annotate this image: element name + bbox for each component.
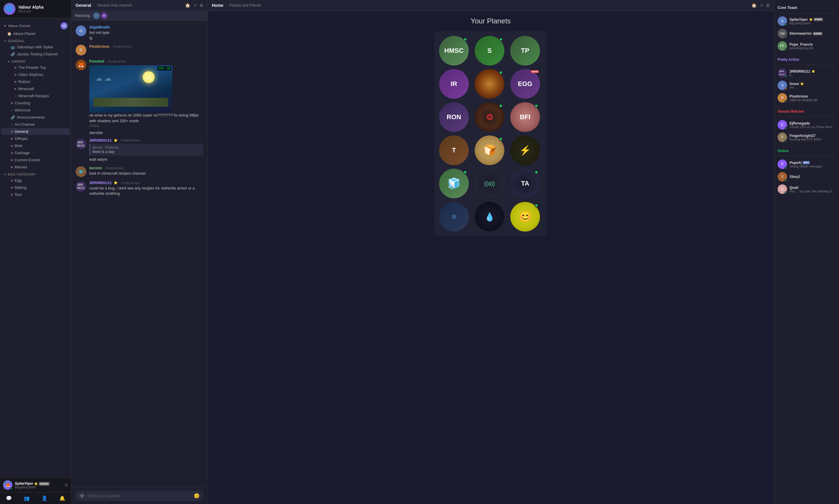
right-user-xboy1[interactable]: X Xboy1 (774, 170, 839, 183)
notifications-bottom-icon[interactable]: 🔔 (57, 494, 68, 502)
planet-bread[interactable]: 🍞 (475, 136, 504, 165)
xboy1-name: Xboy1 (789, 175, 836, 179)
chat-text-input[interactable] (88, 493, 191, 498)
planet-wifi[interactable]: ((ꞩ)) (475, 169, 504, 198)
chat-bottom-icon[interactable]: 💬 (3, 494, 14, 502)
right-user-pope-francis[interactable]: PF Pope_Francis just designing shit (774, 40, 839, 52)
add-input-icon[interactable]: ➕ (79, 493, 85, 499)
sidebar-item-test[interactable]: ■ Test (1, 191, 70, 198)
footer-username: SpikeViper ⭐ STAFF (15, 482, 62, 486)
sidebar-item-general-channel[interactable]: ■ General (1, 128, 70, 135)
planet-tp[interactable]: TP (510, 36, 540, 66)
foxolotl-edited: (Edited) (89, 124, 203, 127)
emoji-icon[interactable]: 😊 (194, 493, 200, 499)
sidebar-category-egg[interactable]: ▼ Egg Category (0, 171, 71, 177)
sidebar-item-counting[interactable]: ■ Counting (1, 100, 70, 106)
settings-icon[interactable]: ⚙ (64, 483, 68, 487)
ejrenegade-status-dot (785, 127, 787, 129)
planet-t[interactable]: T (439, 136, 469, 165)
planet-ron[interactable]: RON (439, 102, 469, 132)
sidebar-item-ad-channel[interactable]: □ Ad Channel (1, 121, 70, 128)
channel-icon8: □ (11, 123, 13, 127)
layout-header-icon[interactable]: ⊞ (200, 3, 203, 8)
msg-avatar-bennlo: 🐦 (76, 166, 86, 177)
sidebar-item-about-planet[interactable]: 🏠 About Planet (1, 30, 70, 37)
planet-ta[interactable]: TA (510, 169, 540, 198)
sidebar-item-cities-skylines[interactable]: ■ Cities Skylines (1, 71, 70, 78)
right-user-snow[interactable]: S Snow ⭐ Hm . . . (774, 79, 839, 92)
msg-avatar-3rr: 3RRNU11 (76, 139, 86, 149)
right-user-pixelicious[interactable]: P Pixelicious might be sleeping idk (774, 92, 839, 104)
ad-channel-label: Ad Channel (15, 122, 35, 127)
home-header-icon[interactable]: 🏠 (185, 3, 190, 8)
sidebar-item-jacobs-testing[interactable]: 🔗 Jacobs Testing Channel (1, 51, 70, 57)
right-user-spikeviper[interactable]: S SpikeViper ⭐ STAFF Bug fixing time!! (774, 15, 839, 27)
sidebar-item-garbage[interactable]: ■ Garbage (1, 149, 70, 156)
home-header-home-icon[interactable]: 🏠 (751, 3, 756, 8)
sidebar-item-powder-toy[interactable]: ■ The Powder Toy (1, 64, 70, 71)
pope-francis-status: just designing shit (789, 47, 836, 50)
msg-author-name: GigaWraith (89, 25, 110, 29)
user-footer-avatar: 🦊 (3, 480, 13, 490)
message-group-pixelicious: P Pixelicious - Pretty Active (71, 42, 207, 57)
sidebar-item-bots[interactable]: ■ Bots (1, 142, 70, 149)
planet-hmsc[interactable]: HMSC (439, 36, 469, 66)
planet-smile[interactable]: 😊 (510, 202, 540, 232)
3rr2-star: ⭐ (113, 181, 118, 185)
planet-egg[interactable]: NSFW EGG (510, 69, 540, 99)
bots-label: Bots (15, 144, 22, 148)
ejrenegade-avatar: E (777, 120, 787, 129)
planet-mc[interactable]: 🧊 (439, 169, 469, 198)
snow-avatar: S (777, 80, 787, 90)
planet-drop[interactable]: 💧 (475, 202, 504, 232)
watcher-icon-1: 🎮 (93, 13, 100, 19)
sidebar-item-welcome[interactable]: □ Welcome (1, 107, 70, 113)
message-group-3rrornu11-2: 3RRNU11 3RR0RNU11 ⭐ - Pretty Active coul… (71, 179, 207, 198)
channel-icon: ■ (14, 66, 16, 70)
home-header-layout-icon[interactable]: ⊞ (766, 3, 770, 8)
popeai-status-dot (785, 167, 787, 169)
sidebar-item-minecraft-recipes[interactable]: □ Minecraft Recipes (1, 92, 70, 99)
login-header-icon[interactable]: ↗ (193, 3, 197, 8)
fingerknight-avatar: F (777, 132, 787, 142)
planet-amber[interactable] (475, 69, 504, 99)
channel-icon4: ■ (14, 87, 16, 91)
right-user-popeai[interactable]: P PopeAI BOT Storing 66940 messages (774, 158, 839, 170)
right-user-fingerknight27[interactable]: F FingerKnight27 Rocking that RTX 3050! (774, 131, 839, 144)
planet-gear[interactable]: ⚙ (475, 102, 504, 132)
right-panel: Core Team S SpikeViper ⭐ STAFF Bug fixin… (774, 0, 839, 504)
sidebar-item-egg[interactable]: ■ Egg (1, 177, 70, 184)
sidebar-item-minecraft[interactable]: ■ Minecraft (1, 85, 70, 92)
popeai-name: PopeAI BOT (789, 161, 836, 165)
jacobs-label: Jacobs Testing Channel (17, 52, 58, 56)
sidebar-nav: ▼ Valour Central VC 🏠 About Planet ▼ Gen… (0, 18, 71, 478)
sidebar-category-general[interactable]: ▼ General (0, 37, 71, 43)
right-user-ejrenegade[interactable]: E EjRenegade Former CEO of Los Pollos He… (774, 119, 839, 131)
user-bottom-icon[interactable]: 👤 (39, 494, 50, 502)
msg-avatar-3rr2: 3RRNU11 (76, 181, 86, 192)
right-user-stormwarrior[interactable]: SW Stormwarrior STAFF (774, 27, 839, 40)
planet-bfi[interactable]: BFI (510, 102, 540, 132)
right-user-quail[interactable]: Q Quail Hey..... Im quail I like watchin… (774, 183, 839, 195)
sidebar-item-baking[interactable]: ■ Baking (1, 184, 70, 191)
channel-icon17: ■ (11, 193, 13, 197)
planet-layers[interactable]: ≡ (439, 202, 469, 232)
sidebar-item-memes[interactable]: ■ Memes (1, 164, 70, 170)
sidebar-category-gaming[interactable]: ▼ Gaming (0, 58, 71, 64)
sidebar-item-roblox[interactable]: ■ Roblox (1, 78, 70, 85)
sidebar-item-saturdays-with-spike[interactable]: 📺 Saturdays with Spike (1, 43, 70, 50)
home-icon: 🏠 (7, 32, 12, 36)
roblox-label: Roblox (18, 79, 30, 84)
sidebar-item-current-events[interactable]: ■ Current Events (1, 157, 70, 163)
planet-ir[interactable]: IR (439, 69, 469, 99)
planet-bolt[interactable]: ⚡ (510, 136, 540, 165)
planet-s[interactable]: S (475, 36, 504, 66)
sidebar-item-offtopic[interactable]: ■ Offtopic (1, 135, 70, 142)
group-bottom-icon[interactable]: 👥 (21, 494, 32, 502)
home-header-login-icon[interactable]: ↗ (759, 3, 763, 8)
nsfw-badge: NSFW (531, 70, 539, 73)
image-clouds: ☁ ☁ (95, 74, 111, 83)
sidebar-item-announcements[interactable]: 🔗 Announcements (1, 114, 70, 121)
right-user-3rrornu11[interactable]: 3RRNU11 3RR0RNU11 ⭐ E... (774, 67, 839, 79)
saturdays-label: Saturdays with Spike (17, 45, 53, 49)
